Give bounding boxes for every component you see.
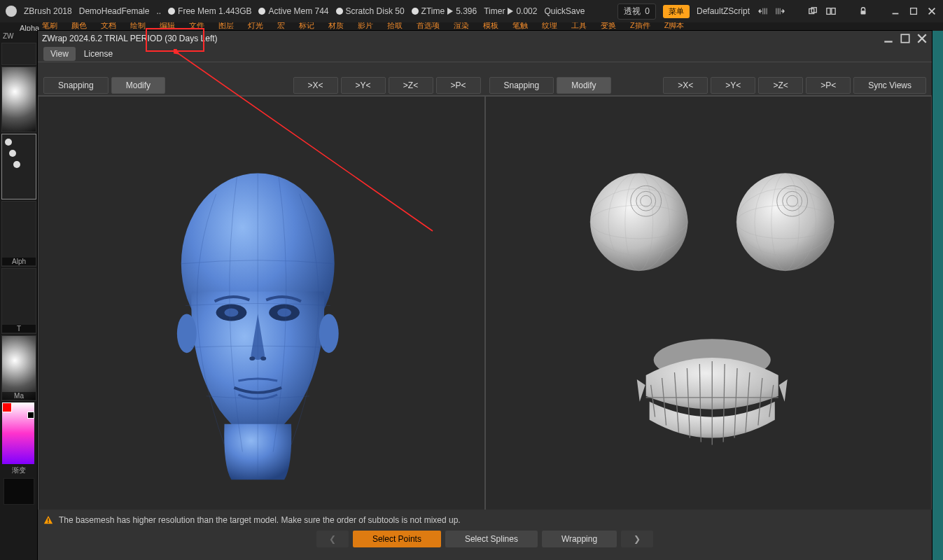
menu-item[interactable]: 灯光 bbox=[248, 22, 263, 29]
svg-point-13 bbox=[277, 308, 291, 316]
perspective-field[interactable]: 透视 0 bbox=[617, 4, 656, 20]
brush-slot[interactable] bbox=[1, 66, 36, 132]
perspective-value: 0 bbox=[645, 6, 650, 16]
sync-views-button[interactable]: Sync Views bbox=[853, 77, 926, 94]
view-x-button[interactable]: >X< bbox=[663, 77, 708, 94]
view-y-button[interactable]: >Y< bbox=[711, 77, 755, 94]
wizard-steps: ❮ Select Points Select Splines Wrapping … bbox=[43, 528, 926, 550]
menu-item[interactable]: 纹理 bbox=[542, 22, 557, 29]
menu-item[interactable]: 材质 bbox=[328, 22, 344, 29]
view-z-button[interactable]: >Z< bbox=[758, 77, 803, 94]
zbrush-right-tray[interactable] bbox=[932, 31, 943, 560]
zwrap-title-text: ZWrap 2024.6.2 TRIAL PERIOD (30 Days Lef… bbox=[42, 34, 218, 43]
svg-point-17 bbox=[736, 173, 834, 270]
menu-item[interactable]: 笔刷 bbox=[42, 22, 57, 29]
menu-item[interactable]: 颜色 bbox=[71, 22, 87, 29]
close-icon[interactable] bbox=[916, 34, 928, 43]
tile-windows-icon[interactable] bbox=[825, 6, 837, 17]
snapping-button[interactable]: Snapping bbox=[43, 77, 109, 94]
close-icon[interactable] bbox=[926, 6, 937, 17]
menu-item[interactable]: 影片 bbox=[358, 22, 373, 29]
stroke-slot[interactable] bbox=[1, 134, 36, 200]
menu-item[interactable]: 工具 bbox=[571, 22, 587, 29]
slider-left-icon[interactable] bbox=[757, 6, 768, 17]
project-name: DemoHeadFemale bbox=[79, 6, 150, 16]
menu-item[interactable]: 绘制 bbox=[130, 22, 146, 29]
modify-button[interactable]: Modify bbox=[111, 77, 165, 94]
menu-view[interactable]: View bbox=[43, 47, 76, 61]
menu-item[interactable]: Z脚本 bbox=[664, 22, 685, 29]
menu-item[interactable]: 渲染 bbox=[454, 22, 469, 29]
default-zscript[interactable]: DefaultZScript bbox=[697, 6, 750, 16]
prev-step-button[interactable]: ❮ bbox=[316, 531, 349, 547]
step-select-points[interactable]: Select Points bbox=[353, 531, 441, 547]
snapping-button[interactable]: Snapping bbox=[489, 77, 554, 94]
svg-rect-3 bbox=[832, 8, 835, 15]
lock-icon[interactable] bbox=[858, 6, 869, 17]
viewport-toolbars: Snapping Modify >X< >Y< >Z< >P< Snapping… bbox=[38, 76, 932, 94]
quicksave-button[interactable]: QuickSave bbox=[544, 6, 585, 16]
zbrush-logo-icon bbox=[6, 6, 17, 17]
menu-license[interactable]: License bbox=[77, 47, 120, 61]
zbrush-main-menubar[interactable]: Alpha 笔刷 颜色 文档 绘制 编辑 文件 图层 灯光 宏 标记 材质 影片… bbox=[0, 22, 943, 31]
zwrap-bottom-bar: The basemesh has higher resolution than … bbox=[38, 510, 932, 560]
menu-item[interactable]: Alpha bbox=[20, 24, 39, 31]
zwrap-menubar: View License bbox=[38, 46, 932, 62]
left-viewport[interactable] bbox=[38, 96, 485, 515]
menu-item[interactable]: 模板 bbox=[483, 22, 498, 29]
left-toolbar: Snapping Modify >X< >Y< >Z< >P< bbox=[43, 77, 481, 94]
color-picker[interactable] bbox=[2, 402, 34, 464]
view-x-button[interactable]: >X< bbox=[293, 77, 338, 94]
overlap-windows-icon[interactable] bbox=[807, 6, 818, 17]
menu-item[interactable]: 标记 bbox=[299, 22, 314, 29]
menu-item[interactable]: 变换 bbox=[601, 22, 616, 29]
perspective-label: 透视 bbox=[624, 6, 641, 18]
alpha-slot[interactable]: Alph bbox=[1, 201, 36, 267]
menu-item[interactable]: 编辑 bbox=[160, 22, 175, 29]
ztime-stat: ZTime5.396 bbox=[412, 6, 477, 16]
zbrush-status-bar: ZBrush 2018 DemoHeadFemale .. Free Mem 1… bbox=[0, 0, 943, 22]
slider-right-icon[interactable] bbox=[775, 6, 786, 17]
gradient-label: 渐变 bbox=[0, 465, 38, 475]
swatch-slot[interactable] bbox=[4, 478, 34, 505]
menu-item[interactable]: 拾取 bbox=[387, 22, 403, 29]
svg-point-12 bbox=[225, 308, 239, 316]
maximize-icon[interactable] bbox=[908, 6, 919, 17]
view-y-button[interactable]: >Y< bbox=[341, 77, 386, 94]
view-z-button[interactable]: >Z< bbox=[389, 77, 433, 94]
menu-button[interactable]: 菜单 bbox=[663, 5, 690, 18]
right-viewport[interactable] bbox=[485, 96, 932, 515]
svg-point-15 bbox=[260, 356, 266, 360]
scratch-disk-stat: Scratch Disk 50 bbox=[336, 6, 405, 16]
next-step-button[interactable]: ❯ bbox=[621, 531, 653, 547]
svg-rect-6 bbox=[901, 34, 909, 42]
empty-slot[interactable] bbox=[1, 43, 36, 65]
menu-item[interactable]: 宏 bbox=[277, 22, 285, 29]
chevron-right-icon: ❯ bbox=[634, 534, 641, 544]
zbrush-left-tray: ZW Alph T Ma 渐变 bbox=[0, 31, 38, 560]
menu-item[interactable]: 文件 bbox=[189, 22, 204, 29]
material-slot[interactable]: Ma bbox=[1, 335, 36, 401]
view-p-button[interactable]: >P< bbox=[806, 77, 851, 94]
zbrush-app-name: ZBrush 2018 bbox=[24, 6, 72, 16]
modify-button[interactable]: Modify bbox=[557, 77, 610, 94]
minimize-icon[interactable] bbox=[890, 6, 901, 17]
zwrap-titlebar[interactable]: ZWrap 2024.6.2 TRIAL PERIOD (30 Days Lef… bbox=[38, 31, 932, 46]
step-wrapping[interactable]: Wrapping bbox=[542, 531, 617, 547]
zwrap-window: ZWrap 2024.6.2 TRIAL PERIOD (30 Days Lef… bbox=[38, 31, 932, 560]
texture-slot[interactable]: T bbox=[1, 268, 36, 334]
menu-item[interactable]: 笔触 bbox=[512, 22, 528, 29]
menu-item[interactable]: 图层 bbox=[218, 22, 234, 29]
minimize-icon[interactable] bbox=[883, 34, 894, 43]
menu-item[interactable]: Z插件 bbox=[630, 22, 650, 29]
menu-item[interactable]: 文档 bbox=[101, 22, 116, 29]
svg-rect-5 bbox=[911, 8, 917, 15]
maximize-icon[interactable] bbox=[900, 34, 911, 43]
right-toolbar: Snapping Modify >X< >Y< >Z< >P< Sync Vie… bbox=[489, 77, 927, 94]
menu-item[interactable]: 首选项 bbox=[417, 22, 440, 29]
step-select-splines[interactable]: Select Splines bbox=[445, 531, 538, 547]
view-p-button[interactable]: >P< bbox=[436, 77, 481, 94]
target-subtools-icon bbox=[486, 97, 932, 514]
viewports bbox=[38, 95, 932, 515]
svg-rect-45 bbox=[48, 518, 48, 521]
